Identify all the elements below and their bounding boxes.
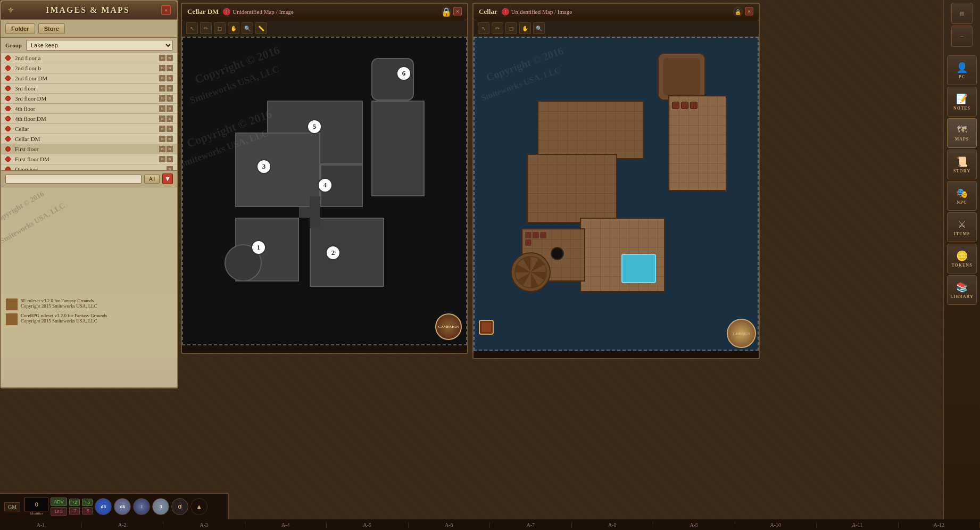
map-tool-pencil[interactable]: ✏ (200, 22, 212, 34)
icon-b2: B (167, 136, 173, 142)
sidebar-minimize-button[interactable]: − (951, 26, 973, 47)
icon-b1: B (159, 85, 165, 92)
sidebar-items-button[interactable]: ⚔ ITEMS (947, 212, 977, 242)
sidebar-notes-button[interactable]: 📝 NOTES (947, 87, 977, 117)
sidebar-tokens-button[interactable]: 🪙 TOKENS (947, 244, 977, 274)
map-lock-button-2[interactable]: 🔒 (733, 7, 743, 16)
coord-a12: A-12 (899, 522, 981, 528)
sidebar-maps-button[interactable]: 🗺 MAPS (947, 118, 977, 148)
list-item[interactable]: 4th floor DM B B (1, 114, 177, 124)
library-icon: 📚 (956, 281, 968, 293)
item-icons: B B (159, 55, 173, 61)
icon-b2: B (167, 105, 173, 112)
sidebar-library-button[interactable]: 📚 LIBRARY (947, 275, 977, 305)
icon-b1: B (159, 126, 165, 132)
dis-button[interactable]: DIS (51, 507, 67, 516)
sidebar-resize-button[interactable]: ⊞ (951, 3, 973, 24)
map-tool-zoom[interactable]: 🔍 (242, 22, 253, 34)
list-item[interactable]: 2nd floor a B B (1, 53, 177, 63)
group-select[interactable]: Lake keep (26, 40, 173, 51)
map-tool-measure[interactable]: 📏 (255, 22, 267, 34)
list-item[interactable]: 4th floor B B (1, 104, 177, 114)
folder-button[interactable]: Folder (5, 23, 35, 34)
barrel-3 (690, 102, 697, 109)
dice-d6-button[interactable]: d6 (114, 498, 131, 515)
coord-a7: A-7 (490, 522, 572, 528)
upper-floor (537, 101, 644, 159)
bottom-toolbar: GM 0 Modifier ADV DIS +2 -7 +5 -5 d8 d6 … (0, 493, 229, 519)
dice-d12-button[interactable]: 3 (152, 498, 169, 515)
map-close-button-2[interactable]: × (745, 7, 753, 15)
sidebar-pc-button[interactable]: 👤 PC (947, 55, 977, 85)
list-item[interactable]: 3rd floor B B (1, 84, 177, 94)
map-tool-pencil-2[interactable]: ✏ (492, 22, 503, 34)
minus5-button[interactable]: -5 (82, 507, 93, 515)
map-tool-select-2[interactable]: ↖ (478, 22, 489, 34)
adv-button[interactable]: ADV (51, 498, 67, 506)
plus2-button[interactable]: +2 (69, 499, 80, 506)
sidebar-story-button[interactable]: 📜 STORY (947, 150, 977, 179)
list-item[interactable]: 3rd floor DM B B (1, 94, 177, 104)
pc-icon: 👤 (956, 62, 968, 73)
list-item[interactable]: 2nd floor b B B (1, 63, 177, 73)
panel-toolbar: Folder Store (1, 20, 177, 38)
list-item[interactable]: Cellar B B (1, 124, 177, 134)
map-tool-eraser[interactable]: ◻ (214, 22, 226, 34)
store-button[interactable]: Store (38, 23, 65, 34)
barrels-area (672, 102, 697, 109)
dice-symbol-button[interactable]: σ (171, 498, 188, 515)
map-tool-zoom-2[interactable]: 🔍 (533, 22, 545, 34)
map-lock-button-1[interactable]: 🔒 (442, 7, 451, 16)
dice-arrow-button[interactable]: ▲ (190, 498, 207, 515)
campaign-logo-badge-2: CAMPAIGN (727, 319, 756, 348)
dice-d4-button[interactable]: 1 (133, 498, 150, 515)
plus5-button[interactable]: +5 (82, 499, 93, 506)
npc-label: NPC (957, 200, 967, 205)
item-icons: B B (159, 85, 173, 92)
list-item[interactable]: Overview B (1, 164, 177, 170)
marker-2: 2 (326, 245, 340, 260)
item-icons: B B (159, 156, 173, 162)
map-close-button-1[interactable]: × (453, 7, 462, 15)
search-filter-button[interactable]: ▼ (162, 173, 173, 184)
marker-5: 5 (307, 119, 322, 134)
icon-b2: B (167, 85, 173, 92)
panel-close-button[interactable]: × (161, 5, 171, 15)
coord-a5: A-5 (327, 522, 409, 528)
list-item[interactable]: First floor DM B B (1, 154, 177, 164)
list-item[interactable]: Cellar DM B B (1, 134, 177, 144)
minus7-button[interactable]: -7 (69, 507, 80, 515)
map-tool-pan[interactable]: ✋ (228, 22, 239, 34)
coord-a8: A-8 (572, 522, 654, 528)
marker-6: 6 (396, 66, 411, 81)
list-item-first-floor[interactable]: First floor B B (1, 144, 177, 154)
bottom-right-room (310, 218, 384, 287)
marker-1: 1 (251, 240, 266, 255)
barrels-cluster (525, 232, 546, 246)
dice-d8-button[interactable]: d8 (95, 498, 112, 515)
note-line3: CoreRPG ruleset v3.2.0 for Fantasy Groun… (21, 313, 107, 318)
map-tool-select[interactable]: ↖ (186, 22, 198, 34)
icon-b1: B (159, 156, 165, 162)
coord-a2: A-2 (82, 522, 164, 528)
map-token-1[interactable] (479, 320, 494, 335)
item-name: First floor DM (15, 156, 159, 162)
item-icons: B B (159, 95, 173, 102)
watermark-c1: Copyright © 2016 (485, 45, 565, 84)
list-item[interactable]: 2nd floor DM B B (1, 73, 177, 84)
item-dot (5, 156, 11, 162)
map-tool-pan-2[interactable]: ✋ (519, 22, 531, 34)
bc1 (525, 232, 531, 238)
group-label: Group (5, 42, 22, 48)
npc-icon: 🎭 (956, 187, 968, 199)
item-icons: B B (159, 146, 173, 152)
map-tool-eraser-2[interactable]: ◻ (505, 22, 517, 34)
search-all-button[interactable]: All (144, 175, 160, 184)
icon-b2: B (167, 55, 173, 61)
sidebar-npc-button[interactable]: 🎭 NPC (947, 181, 977, 211)
search-input[interactable] (5, 175, 142, 184)
item-dot (5, 86, 11, 91)
note-item-1: 5E ruleset v3.2.0 for Fantasy Grounds Co… (5, 298, 173, 311)
adv-dis-section: ADV DIS (51, 498, 67, 516)
map-toolbar-1: ↖ ✏ ◻ ✋ 🔍 📏 (182, 20, 467, 37)
